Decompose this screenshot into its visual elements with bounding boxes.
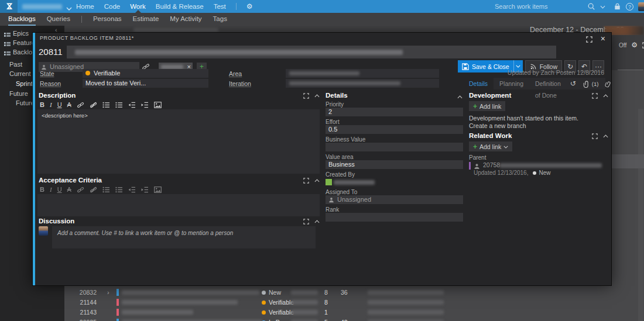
reason-field[interactable]: Moved to state Veri... (83, 79, 208, 88)
description-maximize-icon[interactable] (303, 92, 309, 99)
tab-planning[interactable]: Planning (494, 78, 529, 89)
related-work-maximize-icon[interactable] (592, 132, 598, 139)
acceptance-editor[interactable] (37, 194, 320, 216)
tab-definition-of-done[interactable]: Definition of Done (529, 78, 567, 89)
clear-format-icon[interactable]: A (67, 101, 71, 108)
tab-details[interactable]: Details (463, 78, 494, 89)
history-icon[interactable]: ↺ (570, 80, 576, 88)
dialog-maximize-icon[interactable] (586, 35, 592, 43)
features-icon (4, 40, 11, 47)
development-maximize-icon[interactable] (592, 92, 598, 99)
underline-icon[interactable]: U (57, 186, 62, 193)
settings-gear-icon[interactable]: ⚙ (631, 41, 638, 49)
development-add-link-button[interactable]: +Add link (469, 101, 505, 111)
parent-work-item-link[interactable]: 20758 (469, 161, 609, 170)
attachments-paperclip-icon[interactable] (583, 80, 590, 87)
row-iteration-redacted (368, 290, 444, 295)
project-name-redacted[interactable] (22, 4, 62, 9)
top-menu-home[interactable]: Home (76, 0, 94, 13)
user-avatar[interactable] (638, 2, 644, 11)
bold-icon[interactable]: B (40, 186, 44, 193)
epics-icon (4, 30, 11, 38)
description-editor[interactable]: <description here> (37, 109, 320, 174)
title-input[interactable] (67, 46, 556, 58)
state-field[interactable]: Verifiable (83, 69, 208, 78)
italic-icon[interactable]: I (50, 101, 52, 108)
value-area-field[interactable]: Business (326, 160, 463, 169)
discussion-maximize-icon[interactable] (303, 218, 309, 225)
numbered-list-icon[interactable] (115, 101, 123, 109)
parent-item-id: 20758 (483, 161, 500, 168)
remove-link-icon[interactable] (90, 185, 97, 194)
related-work-collapse-icon[interactable] (603, 132, 608, 139)
row-assignee-redacted (291, 300, 318, 305)
effort-field[interactable]: 0.5 (326, 125, 463, 134)
italic-icon[interactable]: I (50, 186, 52, 193)
links-clip-icon[interactable] (604, 79, 613, 88)
remove-link-icon[interactable] (90, 101, 97, 109)
bullet-list-icon[interactable] (102, 186, 110, 194)
indent-icon[interactable] (141, 101, 149, 109)
clear-format-icon[interactable]: A (67, 186, 71, 193)
create-branch-link[interactable]: Create a new branch (469, 122, 526, 129)
details-collapse-icon[interactable] (457, 93, 463, 100)
backlog-row[interactable]: 21143 Verifiable 1 (64, 308, 644, 317)
top-menu-work[interactable]: Work (130, 0, 146, 13)
top-menu-test[interactable]: Test (214, 0, 226, 13)
parent-item-icon (474, 162, 480, 170)
insert-link-icon[interactable] (77, 185, 84, 194)
tab-my-activity[interactable]: My Activity (170, 13, 201, 26)
area-field[interactable] (286, 69, 439, 78)
comment-input[interactable]: Add a comment. Use # to link a work item… (52, 226, 316, 248)
outdent-icon[interactable] (128, 186, 136, 194)
insert-link-icon[interactable] (77, 101, 84, 109)
assigned-to-field[interactable]: Unassigned (326, 195, 463, 204)
parent-type-bar (469, 162, 471, 170)
marketplace-bag-icon[interactable] (614, 2, 621, 11)
tab-backlogs[interactable]: Backlogs (8, 13, 36, 26)
acceptance-collapse-icon[interactable] (314, 177, 320, 184)
project-chevron-down-icon[interactable] (66, 5, 72, 12)
tab-personas[interactable]: Personas (93, 13, 122, 26)
description-collapse-icon[interactable] (314, 92, 320, 99)
search-input[interactable]: Search work items (495, 0, 583, 13)
discussion-collapse-icon[interactable] (314, 218, 320, 225)
live-updates-off-label[interactable]: Off (619, 42, 626, 49)
backlog-row[interactable]: 20832 › New 8 36 (64, 288, 644, 297)
rank-label: Rank (326, 206, 339, 213)
admin-gear-icon[interactable]: ⚙ (246, 0, 253, 13)
outdent-icon[interactable] (128, 101, 136, 109)
underline-icon[interactable]: U (57, 101, 62, 108)
numbered-list-icon[interactable] (115, 186, 123, 194)
backlog-row[interactable]: 20935 › In Progress 5 42 (64, 317, 644, 321)
backlog-row[interactable]: 21144 Verifiable 8 (64, 298, 644, 307)
parent-state: New (539, 170, 550, 176)
search-scope-chevron-icon[interactable] (600, 3, 605, 10)
dialog-close-icon[interactable]: × (601, 35, 605, 42)
bold-icon[interactable]: B (40, 101, 44, 108)
top-menu-code[interactable]: Code (104, 0, 121, 13)
search-icon[interactable] (587, 2, 595, 11)
insert-image-icon[interactable] (154, 101, 162, 109)
development-collapse-icon[interactable] (603, 92, 608, 99)
tab-queries[interactable]: Queries (47, 13, 70, 26)
rank-field[interactable] (326, 213, 463, 222)
acceptance-maximize-icon[interactable] (303, 177, 309, 184)
priority-field[interactable]: 2 (326, 108, 463, 116)
tab-tags[interactable]: Tags (213, 13, 227, 26)
business-value-field[interactable] (326, 143, 463, 151)
bullet-list-icon[interactable] (102, 101, 110, 109)
expand-row-icon[interactable]: › (107, 317, 109, 321)
expand-row-icon[interactable]: › (107, 288, 109, 297)
top-menu-build-release[interactable]: Build & Release (156, 0, 204, 13)
state-dot (85, 71, 90, 75)
insert-image-icon[interactable] (154, 186, 162, 194)
help-icon[interactable]: ? (626, 3, 633, 11)
iteration-field[interactable] (286, 79, 439, 88)
vs-logo[interactable]: ⋈ (0, 0, 18, 13)
created-by-field[interactable] (326, 178, 463, 187)
related-work-add-link-button[interactable]: +Add link (469, 141, 512, 151)
tab-estimate[interactable]: Estimate (133, 13, 159, 26)
description-toolbar: B I U A (40, 101, 162, 109)
indent-icon[interactable] (141, 186, 149, 194)
